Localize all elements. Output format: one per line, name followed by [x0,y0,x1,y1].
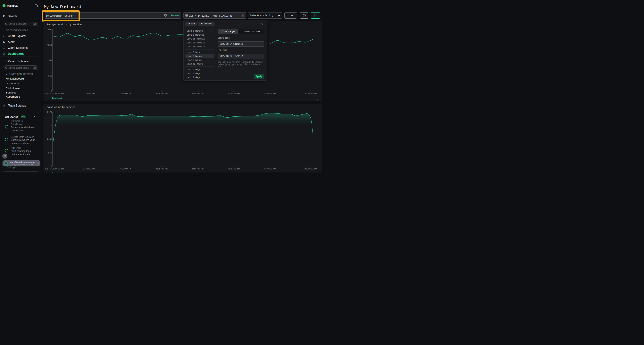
svg-text:4:40:00 PM: 4:40:00 PM [264,167,276,170]
svg-text:Average duration by service: Average duration by service [46,23,82,26]
svg-text:3:50:00 PM: 3:50:00 PM [192,167,203,170]
svg-text:65K: 65K [48,75,52,77]
svg-text:5:10:00 PM: 5:10:00 PM [305,92,317,95]
svg-text:260K: 260K [47,28,52,31]
svg-text:1.1K: 1.1K [47,138,52,140]
svg-text:frontend: frontend [52,97,62,100]
svg-text:3:25:00 PM: 3:25:00 PM [156,167,167,170]
svg-text:2:35:00 PM: 2:35:00 PM [83,92,95,95]
svg-text:2.2K: 2.2K [47,111,52,113]
svg-text:3:00:00 PM: 3:00:00 PM [119,167,131,170]
svg-text:4:40:00 PM: 4:40:00 PM [264,92,276,95]
svg-text:3:25:00 PM: 3:25:00 PM [156,92,167,95]
svg-text:5:10:00 PM: 5:10:00 PM [305,167,317,170]
svg-text:195K: 195K [47,44,52,46]
svg-text:1.7K: 1.7K [47,124,52,127]
svg-text:3:50:00 PM: 3:50:00 PM [192,92,203,95]
svg-text:Aug 4 2:10:00 PM: Aug 4 2:10:00 PM [45,92,64,95]
svg-text:4:15:00 PM: 4:15:00 PM [228,167,240,170]
svg-text:2:35:00 PM: 2:35:00 PM [83,167,95,170]
svg-text:3:00:00 PM: 3:00:00 PM [119,92,131,95]
svg-text:Event count by service: Event count by service [46,106,75,109]
svg-text:4:15:00 PM: 4:15:00 PM [228,92,240,95]
svg-text:550: 550 [48,152,52,154]
svg-text:frontend: frontend [52,172,62,173]
svg-text:Aug 4 2:10:00 PM: Aug 4 2:10:00 PM [45,167,64,170]
svg-text:130K: 130K [47,59,52,62]
